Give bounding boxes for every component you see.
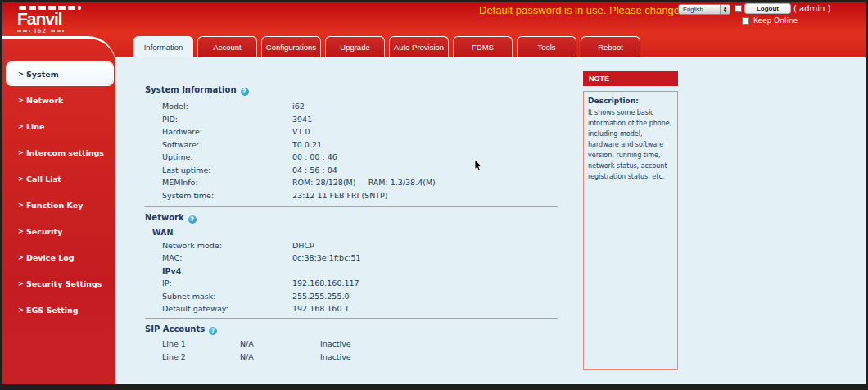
sidebar-item-intercom-settings[interactable]: > Intercom settings	[7, 141, 113, 164]
help-icon[interactable]: ?	[188, 215, 197, 224]
chevron-right-icon: >	[18, 202, 26, 209]
default-password-warning: Default password is in use. Please chang…	[479, 4, 680, 16]
sidebar-nav: > System > Network > Line > Intercom set…	[2, 36, 115, 384]
info-row: MEMInfo:ROM: 28/128(M) RAM: 1.3/38.4(M)	[143, 176, 569, 189]
chevron-right-icon: >	[18, 123, 26, 130]
top-tab-bar: Information Account Configurations Upgra…	[133, 36, 640, 57]
wan-group-label: WAN	[152, 226, 173, 239]
ipv4-group-label: IPv4	[162, 265, 181, 278]
sidebar-item-label: Device Log	[26, 253, 75, 262]
section-divider	[145, 318, 558, 319]
sip-status: Inactive	[320, 339, 351, 348]
mouse-cursor-icon	[474, 159, 484, 172]
tab-auto-provision[interactable]: Auto Provision	[389, 36, 449, 57]
info-row: IP:192.168.160.117	[143, 277, 569, 290]
sidebar-item-label: Call List	[26, 175, 61, 184]
section-divider	[145, 206, 558, 207]
sidebar-item-label: EGS Setting	[26, 306, 79, 315]
sidebar-item-function-key[interactable]: > Function Key	[7, 193, 113, 216]
sidebar-item-device-log[interactable]: > Device Log	[7, 246, 113, 269]
chevron-right-icon: >	[18, 228, 26, 235]
tab-configurations[interactable]: Configurations	[261, 36, 321, 57]
tab-information[interactable]: Information	[133, 36, 193, 57]
keep-online-row: Keep Online	[742, 16, 798, 25]
info-row: Uptime:00 : 00 : 46	[143, 151, 569, 164]
info-row: Network mode:DHCP	[143, 239, 569, 252]
main-content: System Information? Model:i62 PID:3941 H…	[143, 57, 569, 384]
note-panel-body: Description: It shows some basic informa…	[583, 91, 678, 370]
sip-accounts-title: SIP Accounts?	[145, 324, 217, 335]
tab-account[interactable]: Account	[197, 36, 257, 57]
fanvil-logo: Fanvil i62	[17, 6, 86, 34]
sidebar-item-security-settings[interactable]: > Security Settings	[7, 272, 113, 295]
sidebar-item-label: Line	[26, 122, 45, 131]
sip-line-row: Line 2N/AInactive	[143, 351, 569, 364]
sidebar-item-call-list[interactable]: > Call List	[7, 167, 113, 190]
network-rows: WAN Network mode:DHCP MAC:0c:38:3e:1f:bc…	[143, 226, 569, 315]
sidebar-item-network[interactable]: > Network	[7, 88, 113, 111]
note-panel-header: NOTE	[583, 71, 678, 86]
phone-admin-window: Fanvil i62 Default password is in use. P…	[0, 0, 868, 390]
info-row: Hardware:V1.0	[143, 125, 569, 138]
sidebar-item-egs-setting[interactable]: > EGS Setting	[7, 298, 113, 321]
brand-name: Fanvil	[17, 10, 86, 28]
chevron-right-icon: >	[18, 97, 26, 104]
sip-line-row: Line 1N/AInactive	[143, 338, 569, 351]
group-row: IPv4	[143, 265, 569, 278]
help-icon[interactable]: ?	[241, 88, 249, 96]
keep-online-label: Keep Online	[753, 16, 798, 25]
note-description-label: Description:	[588, 97, 673, 105]
sidebar-item-label: Intercom settings	[26, 148, 104, 157]
sidebar-item-label: Security	[26, 227, 62, 236]
chevron-right-icon: >	[18, 149, 26, 156]
logo-dash-right-icon	[51, 30, 64, 32]
network-title: Network?	[145, 213, 197, 224]
info-row: MAC:0c:38:3e:1f:bc:51	[143, 252, 569, 265]
info-row: Model:i62	[143, 100, 569, 113]
logged-in-user: ( admin )	[793, 4, 831, 13]
logo-dash-left-icon	[17, 30, 30, 32]
brand-model: i62	[34, 28, 47, 34]
help-icon[interactable]: ?	[209, 327, 217, 335]
info-row: PID:3941	[143, 113, 569, 126]
language-select[interactable]: English ▲▼	[678, 4, 730, 15]
tab-fdms[interactable]: FDMS	[453, 36, 513, 57]
sip-status: Inactive	[320, 352, 351, 361]
group-row: WAN	[143, 226, 569, 239]
header-checkbox[interactable]	[735, 5, 742, 12]
chevron-right-icon: >	[18, 280, 26, 288]
sidebar-item-security[interactable]: > Security	[7, 220, 113, 243]
select-stepper-icon: ▲▼	[720, 5, 730, 14]
chevron-right-icon: >	[18, 254, 26, 261]
info-row: Default gateway:192.168.160.1	[143, 302, 569, 315]
note-description-text: It shows some basic information of the p…	[588, 107, 673, 182]
sidebar-item-label: Security Settings	[26, 279, 102, 288]
logout-button[interactable]: Logout	[744, 3, 791, 14]
system-information-title: System Information?	[145, 85, 249, 96]
sidebar-item-system[interactable]: > System	[7, 62, 113, 85]
info-row: Software:T0.0.21	[143, 138, 569, 152]
language-selected-value: English	[679, 6, 720, 13]
chevron-right-icon: >	[18, 175, 26, 183]
system-information-rows: Model:i62 PID:3941 Hardware:V1.0 Softwar…	[143, 100, 569, 202]
keep-online-checkbox[interactable]	[742, 17, 749, 25]
sidebar-item-label: Network	[26, 96, 63, 105]
chevron-right-icon: >	[18, 70, 26, 78]
info-row: System time:23:12 11 FEB FRI (SNTP)	[143, 189, 569, 202]
chevron-right-icon: >	[18, 306, 26, 314]
sidebar-item-label: System	[26, 70, 59, 79]
sip-accounts-rows: Line 1N/AInactive Line 2N/AInactive	[143, 338, 569, 363]
tab-upgrade[interactable]: Upgrade	[325, 36, 385, 57]
info-row: Subnet mask:255.255.255.0	[143, 290, 569, 303]
tab-reboot[interactable]: Reboot	[581, 36, 640, 57]
sidebar-item-label: Function Key	[26, 201, 83, 210]
sidebar-item-line[interactable]: > Line	[7, 115, 113, 138]
tab-tools[interactable]: Tools	[517, 36, 576, 57]
info-row: Last uptime:04 : 56 : 04	[143, 164, 569, 177]
